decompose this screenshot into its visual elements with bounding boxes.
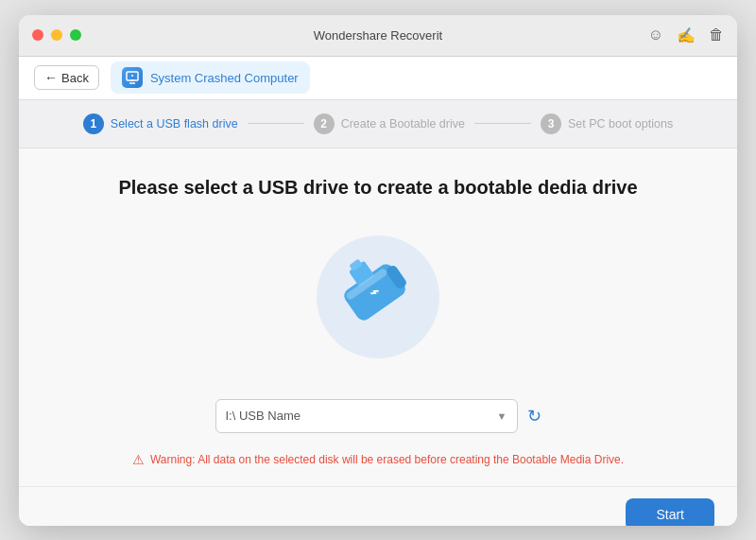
minimize-button[interactable] [51,29,62,41]
step-2-circle: 2 [314,113,335,134]
window-title: Wondershare Recoverit [314,28,442,43]
main-content: Please select a USB drive to create a bo… [19,148,737,486]
steps-container: 1 Select a USB flash drive 2 Create a Bo… [83,113,673,134]
back-label: Back [61,71,89,85]
start-button[interactable]: Start [626,498,714,526]
warning-text-content: Warning: All data on the selected disk w… [150,453,624,466]
maximize-button[interactable] [70,29,81,41]
main-heading: Please select a USB drive to create a bo… [118,177,637,199]
step-1: 1 Select a USB flash drive [83,113,238,134]
top-nav: ← Back System Crashed Computer [19,57,737,100]
help-icon[interactable]: ✍ [677,26,696,44]
nav-tab-label: System Crashed Computer [150,71,299,85]
warning-icon: ⚠ [132,452,145,467]
usb-dropdown[interactable]: I:\ USB Name ▼ [215,399,518,433]
app-window: Wondershare Recoverit ☺ ✍ 🗑 ← Back Syste… [19,15,737,526]
bottom-bar: Start [19,486,737,526]
step-connector-1 [248,123,304,124]
step-connector-2 [474,123,531,124]
title-bar: Wondershare Recoverit ☺ ✍ 🗑 [19,15,737,57]
nav-tab-crashed-computer[interactable]: System Crashed Computer [111,61,310,94]
step-1-label: Select a USB flash drive [111,117,238,131]
back-arrow-icon: ← [44,70,58,85]
step-2: 2 Create a Bootable drive [314,113,465,134]
refresh-icon[interactable]: ↻ [527,406,541,427]
warning-message: ⚠ Warning: All data on the selected disk… [132,452,624,467]
usb-dropdown-value: I:\ USB Name [226,409,301,423]
dropdown-row: I:\ USB Name ▼ ↻ [215,399,541,433]
usb-drive-icon: ⌁ [321,245,435,349]
back-button[interactable]: ← Back [34,65,99,90]
step-3: 3 Set PC boot options [541,113,673,134]
usb-illustration: ⌁ [302,221,454,373]
trash-icon[interactable]: 🗑 [709,26,724,44]
title-bar-actions: ☺ ✍ 🗑 [648,26,724,44]
step-1-circle: 1 [83,113,104,134]
user-icon[interactable]: ☺ [648,26,663,44]
steps-bar: 1 Select a USB flash drive 2 Create a Bo… [19,100,737,148]
chevron-down-icon: ▼ [497,410,507,422]
step-3-label: Set PC boot options [568,117,673,131]
close-button[interactable] [32,29,43,41]
crashed-computer-icon [122,67,143,88]
step-2-label: Create a Bootable drive [341,117,465,131]
traffic-lights [32,29,81,41]
step-3-circle: 3 [541,113,561,134]
